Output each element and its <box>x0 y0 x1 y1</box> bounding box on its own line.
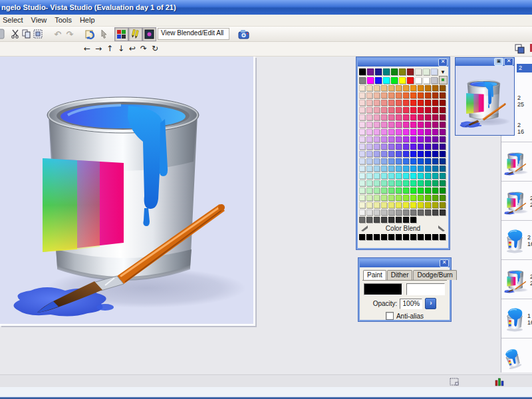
palette-swatch[interactable] <box>418 158 424 164</box>
palette-swatch[interactable] <box>440 136 446 142</box>
blend-swatch[interactable] <box>418 234 424 240</box>
palette-swatch[interactable] <box>440 188 446 194</box>
palette-swatch[interactable] <box>388 144 394 150</box>
edit-channels-toggle[interactable] <box>128 27 142 41</box>
palette-swatch[interactable] <box>374 151 380 157</box>
paint-title-bar[interactable]: ✕ <box>360 259 450 267</box>
palette-swatch[interactable] <box>366 92 372 98</box>
palette-swatch[interactable] <box>388 173 394 179</box>
palette-swatch[interactable] <box>410 100 416 106</box>
blend-swatch[interactable] <box>359 234 365 240</box>
palette-swatch[interactable] <box>432 195 438 201</box>
palette-swatch[interactable] <box>431 68 438 75</box>
palette-swatch[interactable] <box>388 166 394 172</box>
palette-swatch[interactable] <box>366 151 372 157</box>
palette-swatch[interactable] <box>388 158 394 164</box>
palette-swatch[interactable] <box>423 68 430 75</box>
preview-title-bar[interactable]: ▣ ✕ <box>456 58 514 66</box>
palette-swatch[interactable] <box>418 85 424 91</box>
palette-swatch[interactable] <box>366 166 372 172</box>
palette-swatch[interactable] <box>374 202 380 208</box>
palette-swatch[interactable] <box>381 202 387 208</box>
palette-swatch[interactable] <box>410 188 416 194</box>
image-canvas[interactable] <box>0 57 255 326</box>
palette-swatch[interactable] <box>418 100 424 106</box>
palette-swatch[interactable] <box>418 151 424 157</box>
palette-swatch[interactable] <box>359 173 365 179</box>
palette-swatch[interactable] <box>432 158 438 164</box>
palette-swatch[interactable] <box>410 129 416 135</box>
palette-swatch[interactable] <box>374 209 380 215</box>
palette-swatch[interactable] <box>418 114 424 120</box>
transform-arrow-icon-6[interactable]: ↻ <box>150 43 160 54</box>
palette-swatch[interactable] <box>375 68 382 75</box>
menu-select[interactable]: Select <box>0 15 29 25</box>
palette-swatch[interactable] <box>388 209 394 215</box>
palette-swatch[interactable] <box>381 92 387 98</box>
palette-swatch[interactable] <box>396 136 402 142</box>
palette-swatch[interactable] <box>388 114 394 120</box>
palette-swatch[interactable] <box>403 202 409 208</box>
palette-swatch[interactable] <box>425 85 431 91</box>
palette-swatch[interactable] <box>403 209 409 215</box>
palette-swatch[interactable] <box>425 180 431 186</box>
palette-swatch[interactable] <box>403 100 409 106</box>
palette-swatch[interactable] <box>374 158 380 164</box>
palette-swatch[interactable] <box>396 195 402 201</box>
palette-swatch[interactable] <box>418 129 424 135</box>
palette-swatch[interactable] <box>399 77 406 84</box>
palette-swatch[interactable] <box>366 202 372 208</box>
palette-swatch[interactable] <box>432 151 438 157</box>
palette-swatch[interactable] <box>359 188 365 194</box>
palette-swatch[interactable] <box>381 166 387 172</box>
palette-swatch[interactable] <box>374 107 380 113</box>
palette-swatch[interactable] <box>366 173 372 179</box>
palette-swatch[interactable] <box>432 114 438 120</box>
palette-swatch[interactable] <box>367 77 374 84</box>
palette-swatch[interactable] <box>391 77 398 84</box>
palette-swatch[interactable] <box>396 166 402 172</box>
palette-swatch[interactable] <box>381 85 387 91</box>
palette-swatch[interactable] <box>403 114 409 120</box>
palette-swatch[interactable] <box>366 100 372 106</box>
palette-swatch[interactable] <box>381 100 387 106</box>
palette-swatch[interactable] <box>359 195 365 201</box>
palette-swatch[interactable] <box>375 77 382 84</box>
palette-swatch[interactable] <box>359 107 365 113</box>
palette-swatch[interactable] <box>374 136 380 142</box>
palette-swatch[interactable] <box>359 217 365 223</box>
palette-swatch[interactable] <box>388 151 394 157</box>
palette-swatch[interactable] <box>410 144 416 150</box>
palette-swatch[interactable] <box>403 180 409 186</box>
palette-swatch[interactable] <box>410 85 416 91</box>
blend-swatch[interactable] <box>403 234 409 240</box>
palette-swatch[interactable] <box>388 136 394 142</box>
palette-swatch[interactable] <box>440 202 446 208</box>
blend-swatch[interactable] <box>440 234 446 240</box>
palette-swatch[interactable] <box>407 77 414 84</box>
palette-swatch[interactable] <box>396 217 402 223</box>
palette-swatch[interactable] <box>418 173 424 179</box>
palette-swatch[interactable] <box>388 188 394 194</box>
palette-swatch[interactable] <box>374 195 380 201</box>
palette-swatch[interactable] <box>374 114 380 120</box>
palette-swatch[interactable] <box>403 217 409 223</box>
palette-swatch[interactable] <box>403 136 409 142</box>
palette-swatch[interactable] <box>381 188 387 194</box>
palette-swatch[interactable] <box>432 129 438 135</box>
palette-swatch[interactable] <box>410 217 416 223</box>
blend-swatch[interactable] <box>388 234 394 240</box>
cut-icon[interactable] <box>9 28 21 40</box>
palette-swatch[interactable] <box>359 122 365 128</box>
transform-arrow-icon-0[interactable]: ← <box>82 43 92 54</box>
palette-swatch[interactable] <box>391 68 398 75</box>
preview-thumbnail[interactable] <box>456 66 514 134</box>
copy-icon[interactable] <box>21 28 33 40</box>
redo-icon[interactable]: ↷ <box>64 28 76 40</box>
preview-restore-icon[interactable]: ▣ <box>494 58 503 66</box>
palette-swatch[interactable] <box>388 202 394 208</box>
opacity-spinner-button[interactable]: › <box>425 298 436 309</box>
palette-swatch[interactable] <box>432 209 438 215</box>
palette-swatch[interactable] <box>396 129 402 135</box>
transform-arrow-icon-1[interactable]: → <box>94 43 103 54</box>
